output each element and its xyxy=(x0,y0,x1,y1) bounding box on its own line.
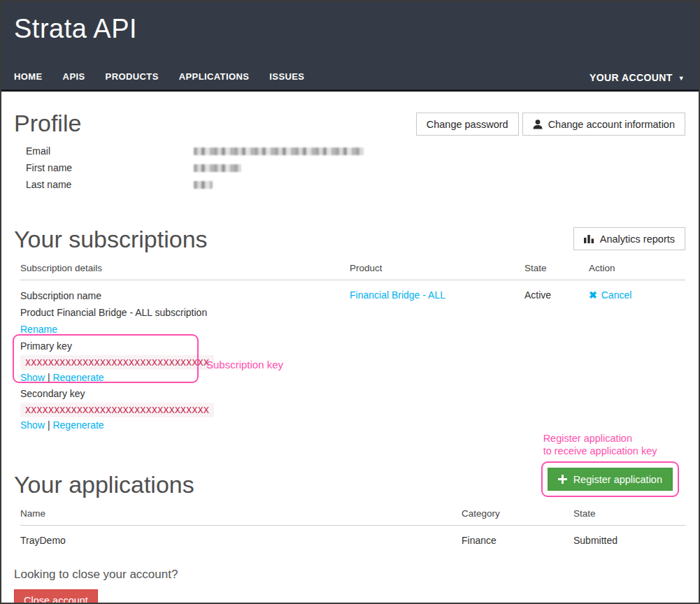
subscription-name-label: Subscription name xyxy=(20,289,350,303)
analytics-reports-label: Analytics reports xyxy=(600,233,675,245)
link-separator: | xyxy=(48,419,50,431)
register-annotation-note: Register application to receive applicat… xyxy=(543,432,679,457)
col-action: Action xyxy=(589,263,685,273)
secondary-key-label: Secondary key xyxy=(20,387,350,401)
main-nav: HOME APIS PRODUCTS APPLICATIONS ISSUES xyxy=(14,71,304,82)
applications-header-row: Your applications Register application t… xyxy=(14,471,685,498)
subscriptions-table: Subscription details Product State Actio… xyxy=(14,263,685,432)
application-state-cell: Submitted xyxy=(573,535,685,546)
main-content: Profile Change password Change account i… xyxy=(1,110,699,604)
site-header: Strata API HOME APIS PRODUCTS APPLICATIO… xyxy=(1,1,699,92)
profile-title: Profile xyxy=(14,110,81,136)
register-application-button[interactable]: Register application xyxy=(548,468,673,491)
change-account-label: Change account information xyxy=(548,119,675,130)
subscription-product-description: Product Financial Bridge - ALL subscript… xyxy=(20,306,350,319)
product-cell: Financial Bridge - ALL xyxy=(350,289,524,301)
profile-buttons: Change password Change account informati… xyxy=(416,113,685,136)
col-product: Product xyxy=(350,263,524,273)
close-account-prompt: Looking to close your account? xyxy=(14,568,685,582)
email-label: Email xyxy=(26,145,194,157)
subscriptions-title: Your subscriptions xyxy=(14,226,208,252)
product-link[interactable]: Financial Bridge - ALL xyxy=(350,289,445,301)
change-account-button[interactable]: Change account information xyxy=(522,113,685,136)
brand-title: Strata API xyxy=(1,1,699,44)
applications-table: Name Category State TrayDemo Finance Sub… xyxy=(14,508,685,546)
application-name-cell: TrayDemo xyxy=(20,535,462,546)
subscriptions-table-body: Subscription name Product Financial Brid… xyxy=(20,280,685,432)
primary-key-group: Primary key XXXXXXXXXXXXXXXXXXXXXXXXXXXX… xyxy=(20,340,350,384)
register-note-line2: to receive application key xyxy=(543,445,679,457)
register-button-highlight-box: Register application xyxy=(541,461,679,497)
applications-table-header: Name Category State xyxy=(20,508,685,526)
last-name-label: Last name xyxy=(26,179,194,190)
rename-link[interactable]: Rename xyxy=(20,324,57,335)
col-state: State xyxy=(524,263,589,273)
nav-apis[interactable]: APIS xyxy=(63,71,85,82)
col-name: Name xyxy=(20,508,462,519)
profile-fields: Email First name Last name xyxy=(14,143,685,193)
subscription-key-annotation: Subscription key xyxy=(206,359,283,371)
subscriptions-header-row: Your subscriptions Analytics reports xyxy=(14,226,685,252)
plus-icon xyxy=(558,475,567,484)
chevron-down-icon: ▼ xyxy=(678,75,685,82)
primary-key-regenerate-link[interactable]: Regenerate xyxy=(52,372,103,383)
col-subscription-details: Subscription details xyxy=(20,263,350,273)
profile-field-last-name: Last name xyxy=(14,176,685,193)
nav-applications[interactable]: APPLICATIONS xyxy=(179,71,250,82)
applications-table-body: TrayDemo Finance Submitted xyxy=(20,526,685,546)
close-account-button[interactable]: Close account xyxy=(14,589,98,604)
account-menu-label: YOUR ACCOUNT xyxy=(590,72,673,83)
account-menu[interactable]: YOUR ACCOUNT ▼ xyxy=(590,72,685,83)
profile-header-row: Profile Change password Change account i… xyxy=(14,110,685,136)
action-cell: ✖Cancel xyxy=(589,289,685,301)
cancel-x-icon: ✖ xyxy=(589,289,597,301)
secondary-key-show-link[interactable]: Show xyxy=(20,419,45,431)
profile-field-email: Email xyxy=(14,143,685,159)
secondary-key-masked-value: XXXXXXXXXXXXXXXXXXXXXXXXXXXXXXXX xyxy=(20,403,214,417)
bar-chart-icon xyxy=(584,234,594,243)
change-password-label: Change password xyxy=(427,119,508,130)
close-account-label: Close account xyxy=(24,595,88,604)
col-category: Category xyxy=(462,508,573,519)
email-value-redacted xyxy=(194,148,364,155)
secondary-key-group: Secondary key XXXXXXXXXXXXXXXXXXXXXXXXXX… xyxy=(20,387,350,432)
table-row: Subscription name Product Financial Brid… xyxy=(20,289,685,432)
link-separator: | xyxy=(48,372,50,383)
application-category-cell: Finance xyxy=(462,535,573,546)
cancel-subscription-link[interactable]: Cancel xyxy=(601,289,632,301)
nav-issues[interactable]: ISSUES xyxy=(269,71,304,82)
primary-key-masked-value: XXXXXXXXXXXXXXXXXXXXXXXXXXXXXXXX xyxy=(20,355,214,370)
secondary-key-regenerate-link[interactable]: Regenerate xyxy=(52,419,103,431)
user-icon xyxy=(533,120,543,129)
developer-portal-page: Strata API HOME APIS PRODUCTS APPLICATIO… xyxy=(0,0,700,604)
col-app-state: State xyxy=(573,508,685,519)
primary-key-show-link[interactable]: Show xyxy=(20,372,45,383)
table-row: TrayDemo Finance Submitted xyxy=(20,535,685,546)
register-application-annotation: Register application to receive applicat… xyxy=(541,432,679,497)
analytics-reports-button[interactable]: Analytics reports xyxy=(573,227,685,250)
last-name-value-redacted xyxy=(194,181,213,189)
register-application-label: Register application xyxy=(573,474,662,485)
profile-field-first-name: First name xyxy=(14,159,685,176)
subscription-details-cell: Subscription name Product Financial Brid… xyxy=(20,289,350,432)
change-password-button[interactable]: Change password xyxy=(416,113,519,136)
first-name-label: First name xyxy=(26,162,194,173)
register-note-line1: Register application xyxy=(543,432,679,445)
first-name-value-redacted xyxy=(194,164,241,172)
nav-products[interactable]: PRODUCTS xyxy=(106,71,159,82)
primary-key-label: Primary key xyxy=(20,340,350,353)
nav-home[interactable]: HOME xyxy=(14,71,43,82)
state-cell: Active xyxy=(524,289,589,301)
subscriptions-table-header: Subscription details Product State Actio… xyxy=(20,263,685,280)
